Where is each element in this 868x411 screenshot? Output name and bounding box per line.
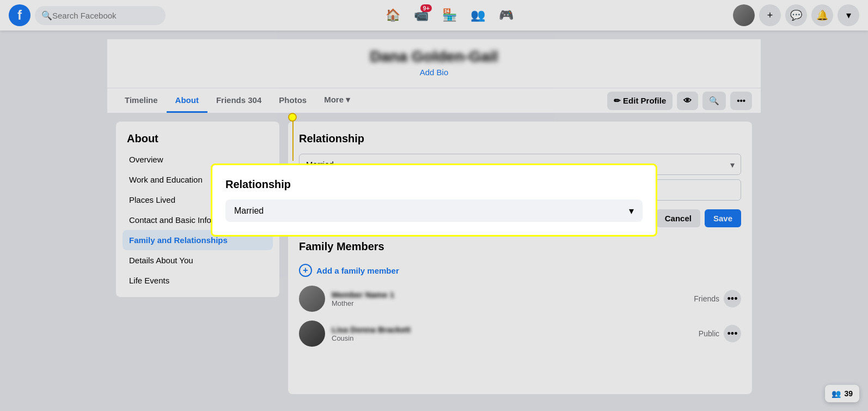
pointer-dot (288, 113, 297, 122)
pointer-line (292, 117, 294, 161)
popup-relationship-select[interactable]: Married Single In a relationship Engaged… (225, 200, 643, 222)
popup-overlay: Relationship Married Single In a relatio… (0, 0, 868, 411)
popup-title: Relationship (225, 178, 643, 191)
popup-select-wrapper: Married Single In a relationship Engaged… (225, 200, 643, 222)
relationship-popup: Relationship Married Single In a relatio… (211, 164, 657, 237)
